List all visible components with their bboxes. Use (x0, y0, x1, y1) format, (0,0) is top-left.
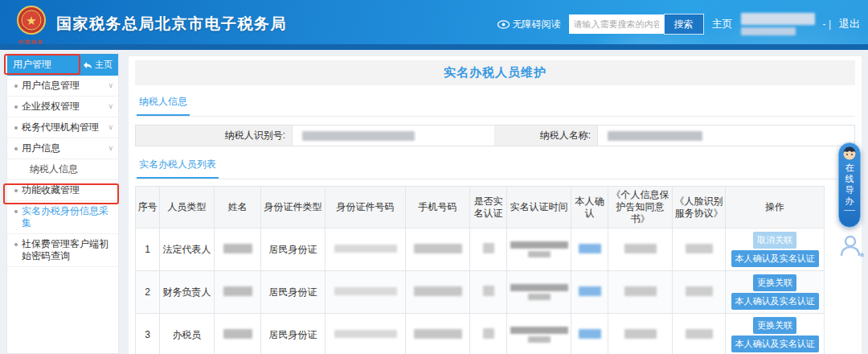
table-row: 3办税员居民身份证更换关联本人确认及实名认证 (136, 314, 825, 354)
back-arrow-icon (83, 61, 92, 69)
online-guide-widget[interactable]: 在线导办 (838, 142, 861, 228)
redacted-privacy-doc (624, 286, 657, 296)
search-button[interactable]: 搜索 (664, 14, 704, 35)
sidebar-item[interactable]: 企业授权管理∨ (7, 97, 118, 117)
confirm-realname-button[interactable]: 本人确认及实名认证 (731, 293, 819, 310)
redacted-id-number (334, 245, 397, 253)
sidebar-item-label: 纳税人信息 (30, 163, 113, 175)
tab-taxpayer-info[interactable]: 纳税人信息 (137, 95, 190, 116)
cell-no: 2 (136, 271, 160, 314)
guide-char: 在 (845, 162, 854, 173)
sidebar-home-label: 主页 (95, 59, 113, 71)
sidebar-item[interactable]: 用户信息∨ (7, 138, 118, 159)
header-search: 搜索 (569, 14, 704, 35)
redacted-phone (414, 286, 462, 296)
cell-name (215, 271, 261, 314)
confirm-realname-button[interactable]: 本人确认及实名认证 (731, 335, 819, 352)
column-header: 序号 (136, 187, 160, 228)
bullet-icon (14, 126, 18, 130)
cell-self-confirm (571, 314, 608, 354)
home-link[interactable]: 主页 (712, 17, 733, 31)
sidebar-item-label: 功能收藏管理 (22, 184, 113, 196)
redacted-phone (414, 244, 462, 253)
cell-self-confirm (571, 271, 608, 314)
main-content: 实名办税人员维护 纳税人信息 纳税人识别号: 纳税人名称: 实名办税人员列表 序… (129, 56, 862, 354)
redacted-id-number (334, 287, 397, 295)
header-right-cluster: 无障碍阅读 搜索 主页 - | 退出 (497, 13, 860, 35)
bullet-icon (14, 189, 18, 192)
cell-face-doc (673, 314, 726, 354)
cell-person-type: 财务负责人 (160, 271, 215, 314)
column-header: 身份证件类型 (261, 187, 326, 228)
cell-is-verified (470, 228, 507, 271)
eye-icon (497, 20, 510, 29)
redacted-face-doc (686, 329, 713, 339)
redacted-name (223, 329, 252, 339)
cell-id-number (326, 314, 406, 354)
cell-verify-time (507, 228, 571, 271)
sidebar-item[interactable]: 社保费管理客户端初始密码查询 (7, 234, 118, 267)
column-header: 《人脸识别服务协议》 (673, 187, 726, 228)
chevron-down-icon: ∨ (108, 142, 113, 154)
bullet-icon (14, 84, 18, 88)
sidebar-item[interactable]: 税务代理机构管理∨ (7, 117, 118, 138)
sidebar: 用户管理 主页 用户信息管理∨企业授权管理∨税务代理机构管理∨用户信息∨纳税人信… (6, 53, 119, 354)
sidebar-item[interactable]: 功能收藏管理 (7, 180, 118, 201)
cell-self-confirm (571, 228, 608, 271)
logout-link[interactable]: 退出 (839, 17, 860, 31)
sidebar-item-label: 用户信息 (22, 142, 106, 154)
redacted-face-doc (686, 286, 713, 296)
link-toggle-button[interactable]: 更换关联 (753, 274, 796, 291)
cell-phone (406, 271, 470, 314)
cell-id-type: 居民身份证 (261, 228, 326, 271)
cell-person-type: 办税员 (160, 314, 215, 354)
column-header: 人员类型 (160, 187, 215, 228)
redacted-taxpayer-name (608, 131, 702, 141)
redacted-name (223, 286, 252, 296)
cell-verify-time (507, 314, 571, 354)
redacted-time (510, 284, 568, 291)
column-header: 是否实名认证 (470, 187, 507, 228)
sidebar-item-label: 用户信息管理 (22, 80, 106, 92)
link-toggle-button[interactable]: 更换关联 (753, 317, 796, 334)
sidebar-menu: 用户信息管理∨企业授权管理∨税务代理机构管理∨用户信息∨纳税人信息功能收藏管理实… (7, 76, 118, 267)
redacted-time (528, 294, 551, 300)
online-guide-label: 在线导办 (845, 162, 854, 207)
column-header: 本人确认 (571, 187, 608, 228)
page-title: 实名办税人员维护 (135, 60, 855, 85)
search-input[interactable] (569, 14, 664, 34)
tab-person-list[interactable]: 实名办税人员列表 (137, 158, 219, 179)
redacted-confirm-link (579, 286, 601, 296)
taxpayer-name-value (598, 126, 854, 146)
cell-face-doc (673, 271, 726, 314)
cell-id-type: 居民身份证 (261, 271, 326, 314)
cell-person-type: 法定代表人 (160, 228, 215, 271)
redacted-time (510, 327, 568, 334)
emblem-icon: ★ (16, 5, 47, 35)
accessibility-toggle[interactable]: 无障碍阅读 (497, 18, 561, 31)
redacted-face-doc (686, 244, 713, 253)
redacted-verified-flag (483, 243, 494, 253)
sidebar-item[interactable]: 用户信息管理∨ (7, 76, 118, 97)
redacted-privacy-doc (624, 244, 657, 253)
confirm-realname-button[interactable]: 本人确认及实名认证 (731, 250, 819, 267)
header-bottom-strip (0, 44, 868, 50)
cell-name (215, 228, 261, 271)
sidebar-home-link[interactable]: 主页 (83, 59, 113, 71)
sidebar-item[interactable]: 实名办税身份信息采集 (7, 201, 118, 234)
sidebar-header: 用户管理 主页 (7, 54, 118, 76)
mascot-icon (841, 146, 858, 160)
svg-text:★: ★ (26, 14, 36, 27)
table-row: 1法定代表人居民身份证取消关联本人确认及实名认证 (136, 228, 825, 271)
sidebar-item[interactable]: 纳税人信息 (7, 159, 118, 180)
redacted-name (223, 244, 252, 253)
chevron-down-icon: ∨ (108, 121, 113, 134)
contact-person-icon[interactable]: ★ (838, 233, 864, 258)
header-separator: - | (823, 19, 831, 30)
column-header: 姓名 (215, 187, 261, 228)
link-toggle-button[interactable]: 取消关联 (753, 232, 796, 249)
cell-id-type: 居民身份证 (261, 314, 326, 354)
cell-id-number (326, 271, 406, 314)
verify-time-stack (509, 284, 569, 300)
cell-is-verified (470, 271, 507, 314)
